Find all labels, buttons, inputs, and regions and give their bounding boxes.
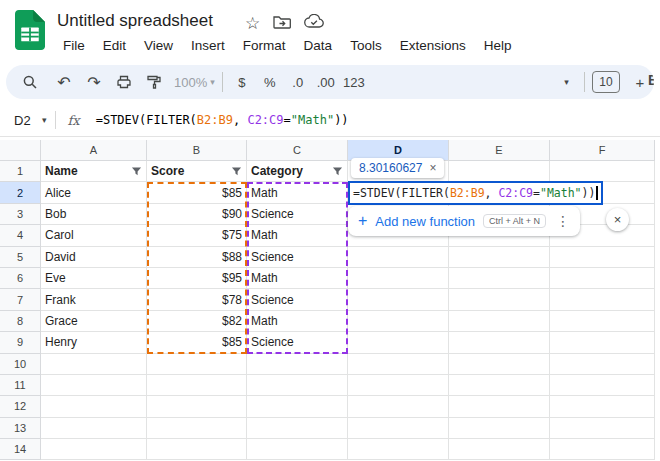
cell-C2[interactable]: Math: [247, 182, 348, 203]
cell-A5[interactable]: David: [41, 247, 147, 268]
cell-D11[interactable]: [348, 375, 449, 396]
filter-icon[interactable]: [131, 166, 142, 177]
paint-format-icon[interactable]: [142, 69, 166, 95]
cell-E9[interactable]: [449, 332, 550, 353]
row-header-8[interactable]: 8: [0, 311, 41, 332]
cell-D14[interactable]: [348, 439, 449, 460]
cell-E12[interactable]: [449, 396, 550, 417]
cell-C7[interactable]: Science: [247, 289, 348, 310]
cell-F14[interactable]: [550, 439, 655, 460]
menu-file[interactable]: File: [54, 35, 94, 56]
preview-close-icon[interactable]: ×: [429, 161, 436, 175]
cell-F5[interactable]: [550, 247, 655, 268]
bold-button[interactable]: B: [648, 72, 654, 88]
cell-A1[interactable]: Name: [41, 161, 147, 182]
cell-A9[interactable]: Henry: [41, 332, 147, 353]
cell-D8[interactable]: [348, 311, 449, 332]
row-header-1[interactable]: 1: [0, 161, 41, 182]
sheets-logo-icon[interactable]: [15, 10, 45, 50]
star-icon[interactable]: ☆: [245, 15, 260, 32]
more-formats-button[interactable]: 123: [342, 69, 366, 95]
cell-A8[interactable]: Grace: [41, 311, 147, 332]
cell-F6[interactable]: [550, 268, 655, 289]
cell-C14[interactable]: [247, 439, 348, 460]
row-header-14[interactable]: 14: [0, 439, 41, 460]
cell-C10[interactable]: [247, 354, 348, 375]
cell-D9[interactable]: [348, 332, 449, 353]
row-header-2[interactable]: 2: [0, 182, 41, 203]
cell-A6[interactable]: Eve: [41, 268, 147, 289]
row-header-11[interactable]: 11: [0, 375, 41, 396]
cell-D12[interactable]: [348, 396, 449, 417]
cell-D10[interactable]: [348, 354, 449, 375]
cell-B11[interactable]: [147, 375, 247, 396]
add-new-function-button[interactable]: Add new function: [375, 214, 475, 229]
cell-F13[interactable]: [550, 418, 655, 439]
cell-B5[interactable]: $88: [147, 247, 247, 268]
cell-B4[interactable]: $75: [147, 225, 247, 246]
dismiss-popup-button[interactable]: ×: [606, 208, 629, 231]
column-header-A[interactable]: A: [41, 140, 147, 161]
move-to-folder-icon[interactable]: [273, 14, 291, 33]
cell-F8[interactable]: [550, 311, 655, 332]
cell-D13[interactable]: [348, 418, 449, 439]
menu-insert[interactable]: Insert: [182, 35, 234, 56]
document-title[interactable]: Untitled spreadsheet: [57, 11, 213, 31]
column-header-C[interactable]: C: [247, 140, 348, 161]
cell-B2[interactable]: $85: [147, 182, 247, 203]
zoom-select[interactable]: 100%▾: [174, 69, 215, 95]
name-box-chevron-icon[interactable]: ▾: [42, 115, 47, 125]
cell-F1[interactable]: [550, 161, 655, 182]
cell-A13[interactable]: [41, 418, 147, 439]
formula-input[interactable]: =STDEV(FILTER(B2:B9, C2:C9="Math")): [96, 113, 349, 127]
redo-icon[interactable]: ↷: [82, 69, 106, 95]
row-header-9[interactable]: 9: [0, 332, 41, 353]
cell-B7[interactable]: $78: [147, 289, 247, 310]
cell-A4[interactable]: Carol: [41, 225, 147, 246]
cell-E8[interactable]: [449, 311, 550, 332]
filter-icon[interactable]: [231, 166, 242, 177]
cell-C11[interactable]: [247, 375, 348, 396]
row-header-6[interactable]: 6: [0, 268, 41, 289]
column-header-E[interactable]: E: [449, 140, 550, 161]
cell-F10[interactable]: [550, 354, 655, 375]
cell-B8[interactable]: $82: [147, 311, 247, 332]
menu-view[interactable]: View: [135, 35, 182, 56]
cell-F9[interactable]: [550, 332, 655, 353]
row-header-7[interactable]: 7: [0, 289, 41, 310]
menu-help[interactable]: Help: [475, 35, 521, 56]
cell-E14[interactable]: [449, 439, 550, 460]
cell-D7[interactable]: [348, 289, 449, 310]
cell-E10[interactable]: [449, 354, 550, 375]
filter-icon[interactable]: [332, 166, 343, 177]
cell-B12[interactable]: [147, 396, 247, 417]
menu-edit[interactable]: Edit: [94, 35, 135, 56]
format-percent-button[interactable]: %: [258, 69, 282, 95]
cell-editor-d2[interactable]: =STDEV(FILTER(B2:B9, C2:C9="Math")): [348, 181, 603, 205]
more-options-icon[interactable]: ⋮: [556, 213, 570, 229]
cell-E5[interactable]: [449, 247, 550, 268]
format-currency-button[interactable]: $: [230, 69, 254, 95]
cell-D5[interactable]: [348, 247, 449, 268]
row-header-3[interactable]: 3: [0, 204, 41, 225]
column-header-B[interactable]: B: [147, 140, 247, 161]
cell-C9[interactable]: Science: [247, 332, 348, 353]
menu-extensions[interactable]: Extensions: [391, 35, 475, 56]
cell-C4[interactable]: Math: [247, 225, 348, 246]
cell-F11[interactable]: [550, 375, 655, 396]
row-header-4[interactable]: 4: [0, 225, 41, 246]
cell-E6[interactable]: [449, 268, 550, 289]
cell-F12[interactable]: [550, 396, 655, 417]
cell-A11[interactable]: [41, 375, 147, 396]
row-header-13[interactable]: 13: [0, 418, 41, 439]
cloud-saved-icon[interactable]: [304, 14, 324, 32]
row-header-10[interactable]: 10: [0, 354, 41, 375]
cell-A12[interactable]: [41, 396, 147, 417]
increase-decimal-button[interactable]: .00: [314, 69, 338, 95]
name-box[interactable]: D2: [0, 113, 40, 128]
column-header-F[interactable]: F: [550, 140, 655, 161]
cell-E7[interactable]: [449, 289, 550, 310]
cell-A7[interactable]: Frank: [41, 289, 147, 310]
row-header-5[interactable]: 5: [0, 247, 41, 268]
cell-B14[interactable]: [147, 439, 247, 460]
